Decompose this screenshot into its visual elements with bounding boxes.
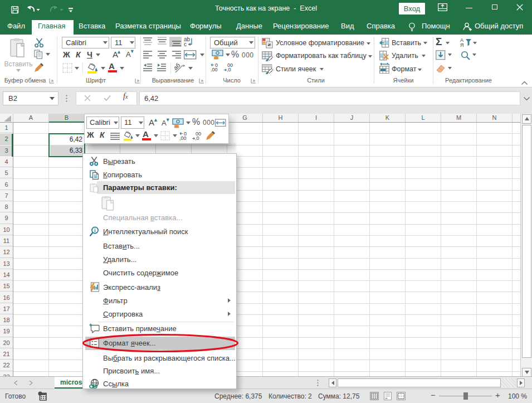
svg-text:,00: ,00 — [211, 67, 218, 72]
svg-text:,0: ,0 — [227, 67, 231, 72]
svg-text:,0: ,0 — [195, 135, 199, 141]
svg-text:,00: ,00 — [179, 135, 187, 141]
svg-text:c: c — [184, 41, 187, 47]
svg-text:аб: аб — [174, 62, 182, 71]
